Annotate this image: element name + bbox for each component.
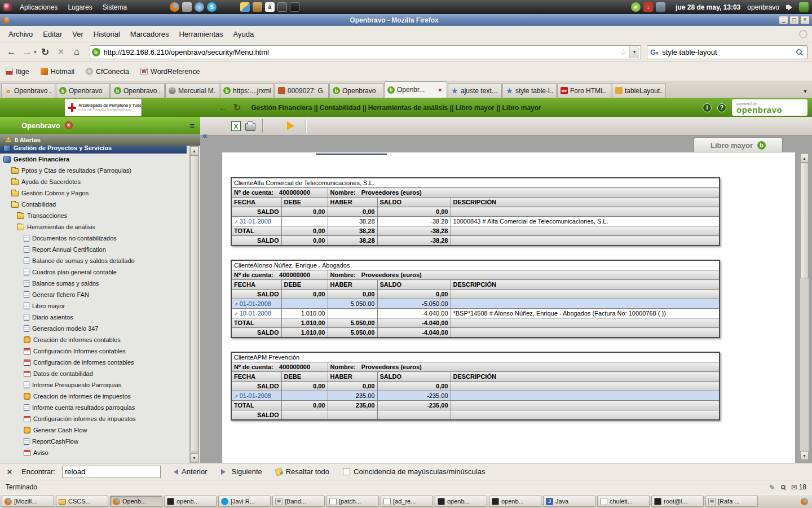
browser-tab[interactable]: ★ajuste text... (448, 83, 502, 98)
search-magnifier-icon[interactable] (796, 49, 802, 55)
entry-date-link[interactable]: 01-01-2008 (240, 392, 271, 399)
menu-item-configuracio-n-informes-de-impuestos[interactable]: Configuración informes de impuestos (0, 413, 187, 424)
menu-item-balance-sumas-y-saldos[interactable]: Balance sumas y saldos (0, 278, 187, 289)
alerts-bar[interactable]: ⚠ 0 Alertas (0, 134, 200, 146)
entry-date-link[interactable]: 10-01-2008 (240, 310, 271, 317)
taskbar-window-button[interactable]: chuleti... (597, 496, 650, 507)
browser-tab[interactable]: »Openbravo ... (1, 83, 55, 98)
url-input[interactable] (103, 47, 618, 57)
bookmark-itige[interactable]: Itige (6, 68, 29, 76)
draw-icon[interactable] (240, 2, 250, 12)
network-icon[interactable] (799, 2, 809, 12)
taskbar-window-button[interactable]: ✉[Band... (272, 496, 325, 507)
taskbar-window-button[interactable]: Openb... (110, 496, 162, 507)
browser-tab[interactable]: 0009027: G... (275, 83, 329, 98)
find-next-button[interactable]: Siguiente (218, 466, 266, 477)
browser-tab[interactable]: tableLayout... (612, 83, 666, 98)
taskbar-window-button[interactable]: JJava (543, 496, 595, 507)
menu-item-gestio-n-de-proyectos-y-servicios[interactable]: Gestión de Proyectos y Servicios (0, 146, 187, 154)
menu-item-gestio-n-cobros-y-pagos[interactable]: Gestión Cobros y Pagos (0, 187, 187, 199)
scroll-down-icon[interactable]: ▼ (800, 451, 809, 460)
bookmark-cfconecta[interactable]: CfConecta (86, 68, 129, 76)
panel-menu-aplicaciones[interactable]: Aplicaciones (15, 2, 62, 13)
menu-herramientas[interactable]: Herramientas (175, 28, 227, 41)
menu-item-creacion-de-informes-de-impuestos[interactable]: Creacion de informes de impuestos (0, 391, 187, 402)
export-excel-icon[interactable] (231, 121, 241, 131)
list-all-tabs-icon[interactable]: ▾ (800, 84, 811, 98)
scroll-down-icon[interactable]: ▼ (190, 453, 198, 462)
reload-button[interactable]: ↻ (38, 45, 52, 59)
taskbar-window-button[interactable]: [patch... (326, 496, 379, 507)
url-dropdown-button[interactable]: ▾ (629, 46, 639, 58)
taskbar-window-button[interactable]: openb... (164, 496, 217, 507)
home-button[interactable]: ⌂ (70, 45, 84, 59)
panel-menu-sistema[interactable]: Sistema (98, 2, 131, 13)
minimize-button[interactable]: _ (779, 16, 788, 24)
browser-tab[interactable]: ★style table-l... (502, 83, 557, 98)
distro-menu-icon[interactable] (3, 3, 12, 11)
edit-icon[interactable]: ✎ (769, 483, 775, 492)
history-dropdown-icon[interactable]: ▾ (34, 49, 37, 55)
mail-notifier[interactable]: ✉ 18 (791, 483, 806, 492)
page-scrollbar[interactable]: ▲ ▼ (800, 153, 809, 461)
taskbar-window-button[interactable]: [Javi R... (218, 496, 271, 507)
find-previous-button[interactable]: Anterior (167, 466, 211, 477)
menu-marcadores[interactable]: Marcadores (126, 28, 173, 41)
entry-date-link[interactable]: 01-01-2008 (240, 300, 271, 307)
browser-tab[interactable]: bOpenbr...× (384, 81, 447, 98)
search-input[interactable] (661, 47, 793, 57)
browser-tab[interactable]: bOpenbravo (56, 83, 110, 98)
menu-item-datos-de-contabilidad[interactable]: Datos de contabilidad (0, 368, 187, 379)
menu-item-libro-mayor[interactable]: Libro mayor (0, 300, 187, 312)
menu-item-reportcashflow[interactable]: ReportCashFlow (0, 436, 187, 447)
firefox-icon[interactable] (170, 2, 179, 12)
menu-item-ayuda-de-sacerdotes[interactable]: Ayuda de Sacerdotes (0, 176, 187, 187)
search-bar[interactable]: G▾ (647, 45, 807, 59)
menu-historial[interactable]: Historial (90, 28, 124, 41)
highlight-all-button[interactable]: Resaltar todo (272, 466, 333, 477)
browser-tab[interactable]: bOpenbravo ... (111, 83, 165, 98)
menu-editar[interactable]: Editar (39, 28, 66, 41)
collapse-sidebar-icon[interactable]: « (202, 130, 207, 140)
menu-item-pptos-y-ctas-de-resultados-parroquias[interactable]: Pptos y Ctas de resultados (Parroquias) (0, 165, 187, 176)
taskbar-window-button[interactable]: [Mozill... (2, 496, 54, 507)
sidebar-scrollbar[interactable]: ▲ ▼ (189, 146, 199, 463)
back-button[interactable]: ← (5, 45, 19, 59)
find-input[interactable] (62, 466, 161, 478)
close-findbar-icon[interactable]: × (5, 467, 15, 476)
menu-item-creacio-n-de-informes-contables[interactable]: Creación de informes contables (0, 334, 187, 345)
display-icon[interactable] (656, 2, 665, 12)
taskbar-window-button[interactable]: root@l... (651, 496, 704, 507)
taskbar-window-button[interactable]: ✉[Rafa ... (705, 496, 758, 507)
menu-item-gestio-n-financiera[interactable]: Gestión Financiera (0, 154, 187, 165)
taskbar-window-button[interactable]: openb... (435, 496, 487, 507)
menu-item-transacciones[interactable]: Transacciones (0, 210, 187, 221)
browser-tab[interactable]: Mercurial M... (165, 83, 219, 98)
open-report-icon[interactable] (287, 121, 299, 130)
menu-item-configuracion-de-informes-contables[interactable]: Configuracion de informes contables (0, 357, 187, 368)
scrollbar-thumb[interactable] (190, 155, 198, 452)
menu-item-balance-de-sumas-y-saldos-detallado[interactable]: Balance de sumas y saldos detallado (0, 255, 187, 266)
menu-item-documentos-no-contabilizados[interactable]: Documentos no contabilizados (0, 233, 187, 244)
check-icon[interactable]: ✓ (631, 2, 641, 12)
screen-icon[interactable] (290, 2, 299, 12)
bookmark-hotmail[interactable]: Hotmail (41, 68, 74, 76)
help-icon[interactable]: ? (717, 103, 726, 112)
clock[interactable]: jue 28 de may, 13:03 (676, 3, 740, 11)
menu-item-informe-cuenta-resultados-parroquias[interactable]: Informe cuenta resultados parroquias (0, 402, 187, 413)
scroll-up-icon[interactable]: ▲ (800, 154, 809, 163)
browser-tab[interactable]: weForo HTML. ... (557, 83, 611, 98)
volume-icon[interactable] (786, 2, 796, 12)
collapse-menu-icon[interactable]: ≡ (189, 121, 195, 130)
bookmark-wordreference[interactable]: WWordReference (140, 68, 200, 76)
window-titlebar[interactable]: Openbravo - Mozilla Firefox _ □ × (0, 14, 812, 26)
scrollbar-thumb[interactable] (800, 163, 809, 278)
menu-ver[interactable]: Ver (68, 28, 87, 41)
app-refresh-icon[interactable]: ↻ (233, 102, 241, 113)
tab-close-icon[interactable]: × (436, 86, 444, 93)
menu-item-contabilidad[interactable]: Contabilidad (0, 199, 187, 210)
tool-icon[interactable] (182, 2, 192, 12)
menu-item-diario-asientos[interactable]: Diario asientos (0, 312, 187, 323)
entry-date-link[interactable]: 31-01-2008 (240, 218, 271, 225)
stop-button[interactable]: × (54, 45, 68, 59)
